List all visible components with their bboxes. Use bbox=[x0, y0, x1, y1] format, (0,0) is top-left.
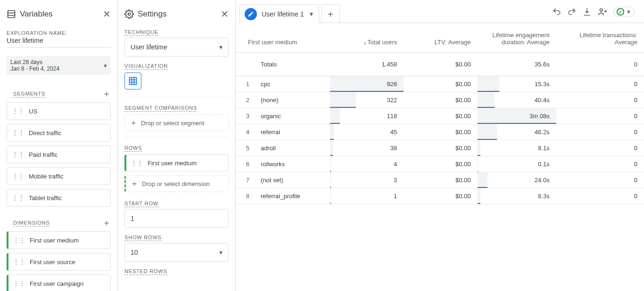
column-header-lifetime-transactions[interactable]: Lifetime transactions: Average bbox=[556, 23, 644, 53]
totals-total-users: 1,458 bbox=[330, 53, 404, 76]
date-range-picker[interactable]: Last 28 days Jan 8 - Feb 4, 2024 ▾ bbox=[7, 56, 111, 75]
drag-handle-icon: ⋮⋮ bbox=[12, 151, 24, 158]
row-index: 5 bbox=[236, 140, 256, 156]
tabs-bar: User lifetime 1 ▼ ＋ ✓ ▼ bbox=[236, 0, 644, 23]
chevron-down-icon: ▾ bbox=[219, 43, 223, 51]
row-metric-value: 38 bbox=[330, 140, 404, 156]
table-visualization-button[interactable] bbox=[124, 73, 141, 89]
svg-rect-0 bbox=[8, 11, 15, 18]
add-segment-button[interactable]: ＋ bbox=[102, 88, 111, 99]
dimension-chip[interactable]: ⋮⋮First user medium bbox=[7, 231, 111, 249]
technique-select[interactable]: User lifetime ▾ bbox=[124, 38, 229, 57]
row-dimension-value: cpc bbox=[256, 76, 330, 92]
segments-section-label: SEGMENTS bbox=[13, 91, 45, 97]
table-row[interactable]: 5adroll38$0.008.1s0 bbox=[236, 140, 644, 156]
row-metric-value: $0.00 bbox=[404, 140, 477, 156]
totals-duration: 35.6s bbox=[478, 53, 556, 76]
show-rows-select[interactable]: 10 ▾ bbox=[124, 243, 229, 262]
settings-header: Settings ✕ bbox=[118, 0, 235, 26]
edit-icon bbox=[245, 8, 257, 20]
drag-handle-icon: ⋮⋮ bbox=[12, 172, 24, 180]
row-metric-value: $0.00 bbox=[404, 172, 477, 188]
row-metric-value: 322 bbox=[330, 92, 404, 108]
row-metric-value: 0 bbox=[556, 140, 644, 156]
data-table: First user medium ↓Total users LTV: Aver… bbox=[236, 23, 644, 204]
undo-button[interactable] bbox=[552, 7, 561, 16]
row-dimension-value: rollworks bbox=[256, 156, 330, 172]
segment-chip[interactable]: ⋮⋮Tablet traffic bbox=[7, 189, 111, 207]
column-header-total-users[interactable]: ↓Total users bbox=[330, 23, 404, 53]
dimension-chip[interactable]: ⋮⋮First user source bbox=[7, 253, 111, 271]
row-metric-value: $0.00 bbox=[404, 92, 477, 108]
row-metric-value: 40.4s bbox=[478, 92, 556, 108]
table-row[interactable]: 8referral_profile1$0.008.3s0 bbox=[236, 188, 644, 204]
row-metric-value: 0 bbox=[556, 108, 644, 124]
variables-title: Variables bbox=[20, 9, 53, 19]
start-row-label: START ROW bbox=[124, 201, 158, 207]
segment-chip[interactable]: ⋮⋮Mobile traffic bbox=[7, 167, 111, 185]
redo-button[interactable] bbox=[567, 7, 577, 16]
row-metric-value: 24.0s bbox=[478, 172, 556, 188]
dimension-chip[interactable]: ⋮⋮First user campaign bbox=[7, 275, 111, 291]
drag-handle-icon: ⋮⋮ bbox=[12, 107, 24, 115]
drag-handle-icon: ⋮⋮ bbox=[13, 258, 25, 266]
segment-chip[interactable]: ⋮⋮Paid traffic bbox=[7, 146, 111, 163]
tab-user-lifetime-1[interactable]: User lifetime 1 ▼ bbox=[239, 4, 319, 23]
download-button[interactable] bbox=[582, 7, 592, 16]
add-tab-button[interactable]: ＋ bbox=[321, 4, 340, 23]
svg-point-1 bbox=[128, 13, 131, 16]
row-dimension-value: referral_profile bbox=[256, 188, 330, 204]
variables-header: Variables ✕ bbox=[0, 0, 117, 26]
row-metric-value: $0.00 bbox=[404, 124, 477, 140]
drop-segment-label: Drop or select segment bbox=[141, 120, 204, 127]
row-metric-value: 0 bbox=[556, 76, 644, 92]
status-indicator[interactable]: ✓ ▼ bbox=[613, 7, 635, 17]
column-header-ltv-average[interactable]: LTV: Average bbox=[404, 23, 477, 53]
chevron-down-icon: ▾ bbox=[219, 249, 223, 256]
drag-handle-icon: ⋮⋮ bbox=[13, 236, 25, 244]
variables-icon bbox=[7, 9, 16, 19]
settings-panel: Settings ✕ TECHNIQUE User lifetime ▾ VIS… bbox=[118, 0, 236, 291]
dimensions-section-label: DIMENSIONS bbox=[13, 220, 50, 226]
gear-icon bbox=[124, 9, 134, 19]
segment-chip[interactable]: ⋮⋮US bbox=[7, 102, 111, 120]
drop-segment-zone[interactable]: ＋ Drop or select segment bbox=[124, 114, 229, 131]
row-metric-value: $0.00 bbox=[404, 76, 477, 92]
row-dimension-value: adroll bbox=[256, 140, 330, 156]
column-header-engagement-duration[interactable]: Lifetime engagement duration: Average bbox=[478, 23, 556, 53]
table-row[interactable]: 6rollworks4$0.000.1s0 bbox=[236, 156, 644, 172]
row-metric-value: 3 bbox=[330, 172, 404, 188]
row-metric-value: 45 bbox=[330, 124, 404, 140]
row-metric-value: 0 bbox=[556, 92, 644, 108]
table-row[interactable]: 1cpc926$0.0015.3s0 bbox=[236, 76, 644, 92]
row-dimension-chip[interactable]: ⋮⋮ First user medium bbox=[124, 154, 229, 171]
technique-value: User lifetime bbox=[131, 43, 167, 51]
row-metric-value: 0 bbox=[556, 156, 644, 172]
segment-label: Mobile traffic bbox=[29, 173, 63, 180]
segment-label: Paid traffic bbox=[29, 151, 58, 158]
check-icon: ✓ bbox=[617, 8, 624, 16]
technique-label: TECHNIQUE bbox=[124, 29, 158, 36]
show-rows-value: 10 bbox=[131, 249, 138, 256]
close-variables-button[interactable]: ✕ bbox=[103, 8, 111, 20]
segment-chip[interactable]: ⋮⋮Direct traffic bbox=[7, 124, 111, 142]
column-header-dimension[interactable]: First user medium bbox=[236, 23, 330, 53]
exploration-name-input[interactable]: User lifetime bbox=[7, 37, 111, 48]
table-row[interactable]: 7(not set)3$0.0024.0s0 bbox=[236, 172, 644, 188]
close-settings-button[interactable]: ✕ bbox=[221, 8, 229, 20]
share-button[interactable] bbox=[597, 7, 608, 17]
row-index: 1 bbox=[236, 76, 256, 92]
settings-title: Settings bbox=[138, 9, 166, 19]
totals-row: Totals 1,458 $0.00 35.6s 0 bbox=[236, 53, 644, 76]
table-row[interactable]: 2(none)322$0.0040.4s0 bbox=[236, 92, 644, 108]
row-metric-value: 8.3s bbox=[478, 188, 556, 204]
start-row-input[interactable]: 1 bbox=[124, 209, 229, 228]
drop-dimension-zone[interactable]: ＋ Drop or select dimension bbox=[124, 175, 229, 192]
chevron-down-icon[interactable]: ▼ bbox=[308, 11, 314, 17]
exploration-name-label: EXPLORATION NAME: bbox=[7, 30, 111, 36]
row-dimension-value: referral bbox=[256, 124, 330, 140]
table-row[interactable]: 3organic118$0.003m 08s0 bbox=[236, 108, 644, 124]
row-metric-value: 0 bbox=[556, 124, 644, 140]
table-row[interactable]: 4referral45$0.0046.2s0 bbox=[236, 124, 644, 140]
add-dimension-button[interactable]: ＋ bbox=[102, 217, 111, 228]
